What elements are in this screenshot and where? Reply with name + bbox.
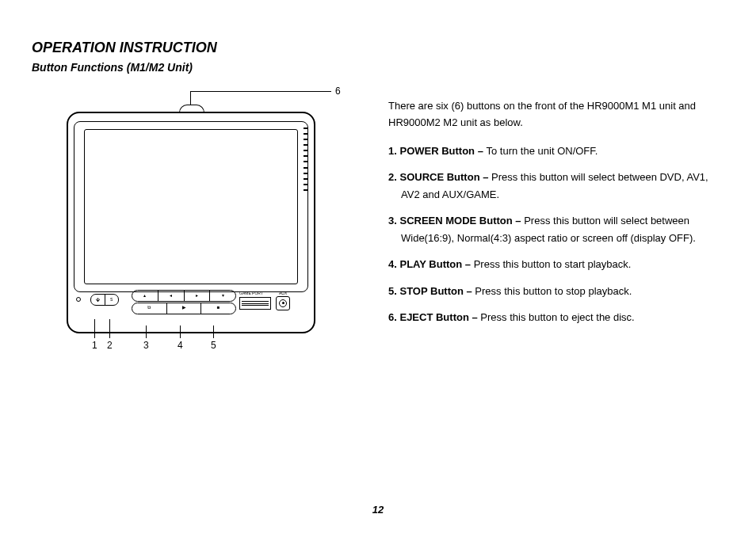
description-column: There are six (6) buttons on the front o… (388, 97, 724, 367)
callout-label-4: 4 (178, 340, 183, 351)
nav-down-icon: ▾ (210, 291, 235, 301)
item-number: 2. (388, 171, 397, 183)
control-panel: ⏻ S ▴ ◂ ▸ ▾ (76, 291, 306, 322)
intro-paragraph: There are six (6) buttons on the front o… (388, 97, 724, 131)
item-number: 5. (388, 285, 397, 297)
display-screen (84, 129, 298, 284)
list-item: 1. POWER Button – To turn the unit ON/OF… (388, 143, 724, 159)
navigation-cluster: ▴ ◂ ▸ ▾ ⧉ ▶ (132, 290, 235, 314)
callout-label-6: 6 (335, 86, 341, 97)
page-title: OPERATION INSTRUCTION (32, 40, 724, 56)
item-number: 3. (388, 215, 397, 227)
callout-line-3 (146, 326, 147, 338)
callout-line-5 (213, 326, 214, 338)
power-source-button-group: ⏻ S (90, 294, 119, 306)
item-term: SOURCE Button – (399, 171, 491, 183)
speaker-vents (304, 128, 308, 191)
callout-line-6-horizontal (190, 91, 331, 92)
callout-label-2: 2 (107, 340, 113, 351)
nav-right-icon: ▸ (185, 291, 210, 301)
item-term: POWER Button – (399, 145, 486, 157)
item-term: EJECT Button – (399, 311, 480, 323)
content-columns: 6 ⏻ S (32, 97, 724, 367)
nav-bottom-row: ⧉ ▶ ■ (132, 303, 236, 314)
nav-up-icon: ▴ (132, 291, 158, 301)
callout-label-5: 5 (211, 340, 216, 351)
game-port-label: GAME PORT (239, 291, 263, 295)
nav-left-icon: ◂ (158, 291, 184, 301)
list-item: 4. PLAY Button – Press this button to st… (388, 256, 724, 272)
item-term: STOP Button – (399, 285, 475, 297)
callout-label-1: 1 (92, 340, 97, 351)
callout-label-3: 3 (143, 340, 149, 351)
list-item: 3. SCREEN MODE Button – Press this butto… (388, 212, 724, 246)
item-desc: Press this button to eject the disc. (480, 311, 634, 323)
callout-line-2 (109, 319, 110, 338)
screen-mode-button-icon: ⧉ (132, 303, 166, 314)
item-term: SCREEN MODE Button – (399, 215, 524, 227)
power-led-icon (76, 297, 81, 302)
aux-label: AUX (279, 291, 287, 295)
page-subtitle: Button Functions (M1/M2 Unit) (32, 61, 724, 74)
item-desc: Press this button to start playback. (474, 258, 632, 270)
callout-line-6-vertical (190, 91, 191, 105)
device-body: ⏻ S ▴ ◂ ▸ ▾ (67, 112, 315, 333)
button-definition-list: 1. POWER Button – To turn the unit ON/OF… (388, 143, 724, 326)
list-item: 6. EJECT Button – Press this button to e… (388, 309, 724, 326)
device-illustration: ⏻ S ▴ ◂ ▸ ▾ (67, 112, 315, 357)
diagram-column: 6 ⏻ S (32, 97, 349, 367)
item-desc: To turn the unit ON/OFF. (487, 145, 598, 157)
item-desc: Press this button to stop playback. (475, 285, 632, 297)
aux-jack-icon (276, 296, 290, 310)
manual-page: OPERATION INSTRUCTION Button Functions (… (0, 0, 756, 533)
item-term: PLAY Button – (399, 258, 473, 270)
play-button-icon: ▶ (167, 303, 201, 314)
page-number: 12 (0, 504, 756, 516)
callout-line-1 (94, 319, 95, 338)
item-number: 4. (388, 258, 397, 270)
item-number: 1. (388, 145, 397, 157)
nav-top-row: ▴ ◂ ▸ ▾ (132, 290, 236, 302)
source-button-icon: S (105, 295, 118, 305)
list-item: 2. SOURCE Button – Press this button wil… (388, 169, 724, 203)
item-number: 6. (388, 311, 397, 323)
callout-line-4 (180, 326, 181, 338)
game-port-icon (239, 297, 271, 310)
stop-button-icon: ■ (201, 303, 235, 314)
power-button-icon: ⏻ (91, 295, 105, 305)
list-item: 5. STOP Button – Press this button to st… (388, 283, 724, 299)
